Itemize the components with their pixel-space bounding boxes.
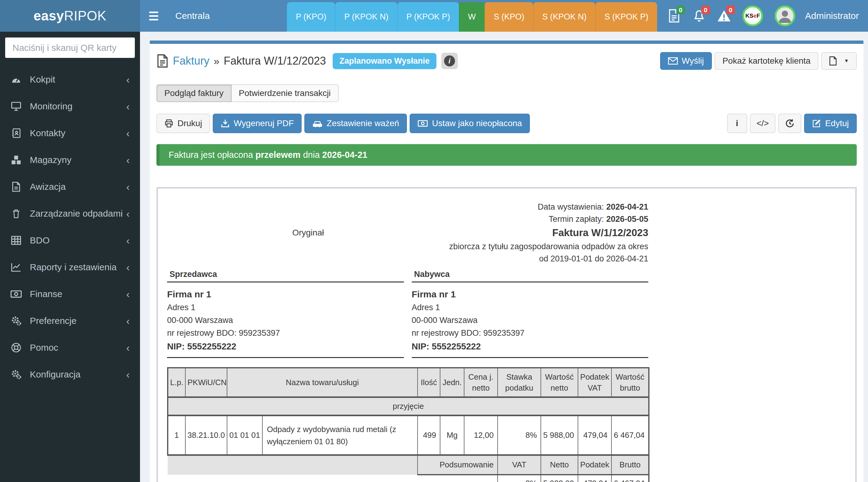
sidebar-item-bdo[interactable]: BDO (0, 227, 140, 254)
toolbar-right: i </> Edytuj (727, 114, 857, 133)
seller-name: Firma nr 1 (167, 289, 404, 300)
breadcrumb-separator: » (214, 55, 219, 67)
summary-vat-net: 5 988,00 (541, 475, 578, 482)
tab-p-kpok-n[interactable]: P (KPOK N) (335, 2, 397, 32)
alerts-menu-button[interactable]: 0 (717, 8, 731, 23)
col-pkwiu: PKWiU/CN (185, 368, 227, 397)
sidebar-item-monitoring[interactable]: Monitoring (0, 93, 140, 120)
printer-icon (164, 119, 174, 128)
weighings-summary-button[interactable]: Zestawienie ważeń (304, 114, 407, 133)
tab-transaction-confirmation[interactable]: Potwierdzenie transakcji (231, 84, 339, 102)
page-header-row: Faktury » Faktura W/1/12/2023 Zaplanowan… (156, 44, 857, 70)
sidebar-item-label: Awizacja (30, 181, 126, 192)
sidebar-item-awizacja[interactable]: Awizacja (0, 173, 140, 200)
history-button[interactable] (778, 114, 801, 133)
tab-w[interactable]: W (459, 2, 485, 32)
seller-bdo: nr rejestrowy BDO: 959235397 (167, 328, 404, 338)
tab-p-kpo[interactable]: P (KPO) (287, 2, 335, 32)
summary-col-vat: VAT (498, 455, 541, 475)
sidebar-item-pomoc[interactable]: Pomoc (0, 334, 140, 361)
logo-light: RIPOK (64, 8, 106, 24)
col-unit: Jedn. (440, 368, 464, 397)
gauge-icon (9, 75, 23, 84)
cell-unit-price: 12,00 (464, 416, 498, 455)
tab-s-kpok-p[interactable]: S (KPOK P) (595, 2, 657, 32)
sidebar-toggle-button[interactable] (140, 0, 167, 32)
summary-col-tax: Podatek (578, 455, 612, 475)
buyer-section: Nabywca Firma nr 1 Adres 1 00-000 Warsza… (412, 270, 649, 358)
user-avatar[interactable] (775, 5, 795, 26)
sidebar-item-label: Monitoring (30, 101, 126, 112)
site-tabs: P (KPO) P (KPOK N) P (KPOK P) W S (KPO) … (287, 0, 657, 32)
sidebar-item-magazyny[interactable]: Magazyny (0, 146, 140, 173)
tab-s-kpo[interactable]: S (KPO) (485, 2, 533, 32)
send-button[interactable]: Wyślij (660, 52, 712, 70)
chevron-left-icon (126, 181, 130, 192)
sidebar-item-preferencje[interactable]: Preferencje (0, 307, 140, 334)
chart-line-icon (9, 262, 23, 272)
context-label: Centrala (175, 11, 210, 21)
cubes-icon (9, 155, 23, 165)
chevron-left-icon (126, 155, 130, 165)
generate-pdf-button[interactable]: Wygeneruj PDF (213, 114, 302, 133)
edit-button[interactable]: Edytuj (804, 114, 857, 133)
invoice-toolbar: Drukuj Wygeneruj PDF Zestawienie ważeń (156, 114, 857, 133)
cell-tax-rate: 8% (498, 416, 541, 455)
sidebar-item-label: Magazyny (30, 155, 126, 165)
tab-s-kpok-n[interactable]: S (KPOK N) (533, 2, 596, 32)
cell-qty: 499 (417, 416, 440, 455)
invoice-items-table: L.p. PKWiU/CN Nazwa towaru/usługi Ilość … (167, 367, 649, 482)
info-icon: i (736, 118, 738, 128)
breadcrumb-faktury-link[interactable]: Faktury (173, 55, 209, 67)
info-button[interactable]: i (727, 114, 747, 133)
tab-invoice-preview[interactable]: Podgląd faktury (156, 84, 231, 102)
chevron-left-icon (126, 74, 130, 85)
chevron-left-icon (126, 208, 130, 219)
qr-scan-input[interactable] (5, 37, 135, 58)
navbar-main: Centrala P (KPO) P (KPOK N) P (KPOK P) W… (140, 0, 868, 32)
seller-address1: Adres 1 (167, 303, 404, 312)
tab-p-kpok-p[interactable]: P (KPOK P) (397, 2, 459, 32)
chevron-left-icon (126, 316, 130, 326)
sidebar-item-raporty[interactable]: Raporty i zestawienia (0, 254, 140, 281)
invoice-copy-type: Oryginał (167, 201, 449, 265)
info-circle-icon: i (444, 55, 455, 66)
documents-menu-button[interactable]: 0 (668, 8, 681, 23)
chevron-left-icon (126, 235, 130, 246)
banknote-icon (417, 119, 428, 127)
source-code-button[interactable]: </> (750, 114, 775, 133)
export-menu-button[interactable] (821, 52, 857, 70)
person-icon (776, 7, 794, 24)
print-button[interactable]: Drukuj (156, 114, 210, 133)
summary-label: Podsumowanie (417, 455, 498, 475)
money-icon (9, 289, 23, 299)
payment-status-alert: Faktura jest opłacona przelewem dnia 202… (156, 144, 857, 166)
status-info-button[interactable]: i (441, 53, 458, 69)
invoice-subtitle: zbiorcza z tytułu zagospodarowania odpad… (449, 240, 648, 253)
ksef-status-badge[interactable]: KSeF (742, 5, 763, 26)
life-ring-icon (9, 342, 23, 353)
sidebar-item-label: BDO (30, 235, 126, 246)
sidebar-item-zarzadzanie-odpadami[interactable]: Zarządzanie odpadami (0, 200, 140, 227)
invoice-parties: Sprzedawca Firma nr 1 Adres 1 00-000 War… (167, 270, 648, 358)
navbar-icons: 0 0 0 KSeF Administr (657, 5, 868, 26)
sidebar-item-label: Kontakty (30, 128, 126, 138)
set-unpaid-button[interactable]: Ustaw jako nieopłacona (410, 114, 530, 133)
summary-vat-rate: 8% (498, 475, 541, 482)
notifications-menu-button[interactable]: 0 (692, 8, 706, 23)
sidebar-item-kokpit[interactable]: Kokpit (0, 66, 140, 93)
sidebar-item-kontakty[interactable]: Kontakty (0, 120, 140, 146)
buyer-heading: Nabywca (412, 270, 649, 282)
app-logo[interactable]: easyRIPOK (0, 0, 140, 32)
col-qty: Ilość (417, 368, 440, 397)
logo-bold: easy (33, 8, 64, 24)
sidebar-item-finanse[interactable]: Finanse (0, 281, 140, 307)
status-badge: Zaplanowano Wysłanie (333, 53, 436, 69)
user-name[interactable]: Administrator (805, 11, 859, 21)
sidebar-item-konfiguracja[interactable]: Konfiguracja (0, 361, 140, 388)
cell-unit: Mg (440, 416, 464, 455)
sidebar-item-label: Raporty i zestawienia (30, 262, 126, 273)
show-client-card-button[interactable]: Pokaż kartotekę klienta (715, 52, 819, 70)
col-net: Wartość netto (541, 368, 578, 397)
documents-count-badge: 0 (676, 5, 685, 14)
